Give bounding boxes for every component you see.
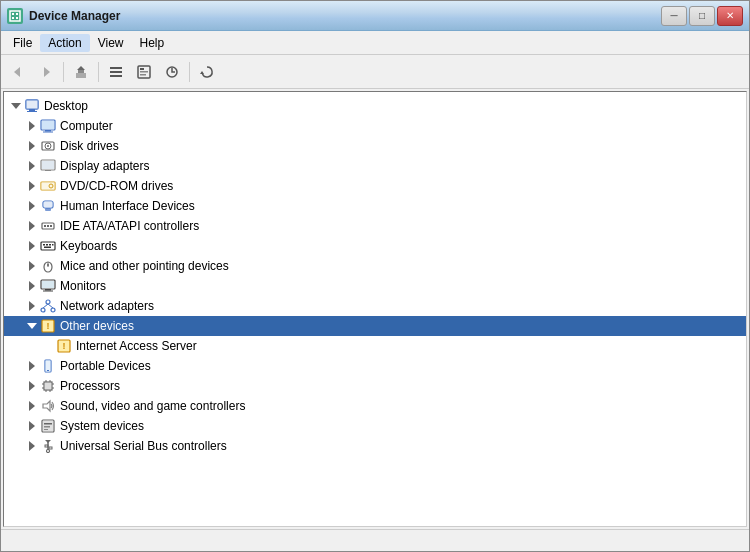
svg-rect-7: [76, 73, 86, 78]
tree-item-ide[interactable]: IDE ATA/ATAPI controllers: [4, 216, 746, 236]
icon-display: [40, 158, 56, 174]
svg-marker-6: [44, 67, 50, 77]
svg-rect-86: [45, 445, 48, 447]
svg-rect-25: [45, 130, 51, 132]
expand-icon-ide[interactable]: [24, 218, 40, 234]
icon-sound: [40, 398, 56, 414]
menu-help[interactable]: Help: [132, 34, 173, 52]
minimize-button[interactable]: ─: [661, 6, 687, 26]
menu-file[interactable]: File: [5, 34, 40, 52]
tree-item-label-computer: Computer: [60, 119, 113, 133]
svg-rect-0: [10, 11, 20, 21]
tree-item-other-devices[interactable]: ! Other devices: [4, 316, 746, 336]
window-icon: [7, 8, 23, 24]
svg-marker-85: [45, 440, 51, 443]
expand-icon-network[interactable]: [24, 298, 40, 314]
properties-button[interactable]: [131, 59, 157, 85]
svg-rect-82: [44, 426, 50, 428]
forward-button[interactable]: [33, 59, 59, 85]
tree-item-computer[interactable]: Computer: [4, 116, 746, 136]
svg-rect-55: [43, 291, 53, 292]
main-content: Desktop Computer: [1, 89, 749, 529]
svg-rect-20: [26, 100, 38, 109]
svg-rect-2: [16, 13, 18, 15]
svg-point-57: [41, 308, 45, 312]
expand-icon-desktop[interactable]: [8, 98, 24, 114]
tree-item-label-portable: Portable Devices: [60, 359, 151, 373]
tree-item-processors[interactable]: Processors: [4, 376, 746, 396]
maximize-button[interactable]: □: [689, 6, 715, 26]
svg-rect-31: [42, 161, 54, 169]
up-button[interactable]: [68, 59, 94, 85]
icon-portable: [40, 358, 56, 374]
svg-rect-21: [29, 109, 35, 111]
svg-line-60: [48, 304, 53, 308]
svg-rect-81: [44, 423, 52, 425]
tree-item-label-keyboards: Keyboards: [60, 239, 117, 253]
device-tree[interactable]: Desktop Computer: [3, 91, 747, 527]
tree-item-hid[interactable]: Human Interface Devices: [4, 196, 746, 216]
tree-item-network[interactable]: Network adapters: [4, 296, 746, 316]
svg-rect-69: [45, 383, 51, 389]
expand-icon-dvd[interactable]: [24, 178, 40, 194]
svg-marker-18: [200, 71, 204, 74]
expand-icon-monitors[interactable]: [24, 278, 40, 294]
tree-item-portable[interactable]: Portable Devices: [4, 356, 746, 376]
update-button[interactable]: [159, 59, 185, 85]
tree-item-usb[interactable]: Universal Serial Bus controllers: [4, 436, 746, 456]
svg-rect-46: [49, 244, 51, 246]
expand-icon-computer[interactable]: [24, 118, 40, 134]
svg-rect-43: [41, 242, 55, 250]
tree-item-sound[interactable]: Sound, video and game controllers: [4, 396, 746, 416]
svg-rect-10: [110, 67, 122, 69]
tree-item-display[interactable]: Display adapters: [4, 156, 746, 176]
expand-icon-usb[interactable]: [24, 438, 40, 454]
back-button[interactable]: [5, 59, 31, 85]
svg-marker-78: [43, 401, 50, 411]
expand-icon-keyboards[interactable]: [24, 238, 40, 254]
expand-icon-other-devices[interactable]: [24, 318, 40, 334]
expand-icon-portable[interactable]: [24, 358, 40, 374]
svg-rect-42: [50, 225, 52, 227]
toolbar-separator-3: [189, 62, 190, 82]
icon-keyboards: [40, 238, 56, 254]
svg-rect-87: [49, 447, 52, 449]
menu-action[interactable]: Action: [40, 34, 89, 52]
expand-icon-mice[interactable]: [24, 258, 40, 274]
svg-rect-53: [42, 281, 54, 288]
expand-icon-display[interactable]: [24, 158, 40, 174]
tree-item-label-dvd: DVD/CD-ROM drives: [60, 179, 173, 193]
svg-rect-38: [45, 208, 51, 211]
toolbar-separator-1: [63, 62, 64, 82]
toolbar-separator-2: [98, 62, 99, 82]
tree-item-label-mice: Mice and other pointing devices: [60, 259, 229, 273]
svg-point-58: [51, 308, 55, 312]
expand-icon-disk[interactable]: [24, 138, 40, 154]
menu-view[interactable]: View: [90, 34, 132, 52]
menu-bar: File Action View Help: [1, 31, 749, 55]
tree-item-label-sound: Sound, video and game controllers: [60, 399, 245, 413]
tree-item-monitors[interactable]: Monitors: [4, 276, 746, 296]
tree-item-disk[interactable]: Disk drives: [4, 136, 746, 156]
svg-rect-41: [47, 225, 49, 227]
tree-item-system[interactable]: System devices: [4, 416, 746, 436]
svg-rect-14: [140, 68, 144, 70]
expand-icon-system[interactable]: [24, 418, 40, 434]
expand-icon-processors[interactable]: [24, 378, 40, 394]
tree-item-label-network: Network adapters: [60, 299, 154, 313]
svg-marker-9: [77, 66, 85, 70]
tree-item-internet-access[interactable]: ! Internet Access Server: [4, 336, 746, 356]
tree-item-mice[interactable]: Mice and other pointing devices: [4, 256, 746, 276]
tree-item-dvd[interactable]: DVD/CD-ROM drives: [4, 176, 746, 196]
tree-item-desktop[interactable]: Desktop: [4, 96, 746, 116]
svg-rect-24: [42, 121, 54, 129]
icon-usb: [40, 438, 56, 454]
close-button[interactable]: ✕: [717, 6, 743, 26]
refresh-button[interactable]: [194, 59, 220, 85]
expand-icon-sound[interactable]: [24, 398, 40, 414]
show-hide-button[interactable]: [103, 59, 129, 85]
tree-item-keyboards[interactable]: Keyboards: [4, 236, 746, 256]
expand-icon-hid[interactable]: [24, 198, 40, 214]
svg-rect-45: [46, 244, 48, 246]
icon-internet-access: !: [56, 338, 72, 354]
